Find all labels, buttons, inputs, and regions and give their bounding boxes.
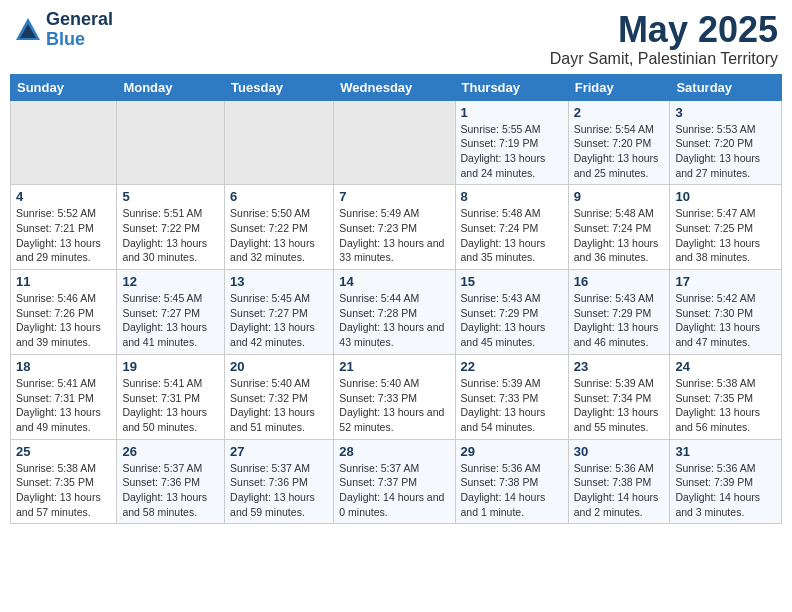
day-cell: 20Sunrise: 5:40 AMSunset: 7:32 PMDayligh… <box>225 354 334 439</box>
day-cell: 10Sunrise: 5:47 AMSunset: 7:25 PMDayligh… <box>670 185 782 270</box>
day-cell: 29Sunrise: 5:36 AMSunset: 7:38 PMDayligh… <box>455 439 568 524</box>
day-cell: 8Sunrise: 5:48 AMSunset: 7:24 PMDaylight… <box>455 185 568 270</box>
day-cell: 16Sunrise: 5:43 AMSunset: 7:29 PMDayligh… <box>568 270 670 355</box>
day-info: Sunrise: 5:40 AMSunset: 7:32 PMDaylight:… <box>230 376 328 435</box>
day-cell: 23Sunrise: 5:39 AMSunset: 7:34 PMDayligh… <box>568 354 670 439</box>
day-cell: 12Sunrise: 5:45 AMSunset: 7:27 PMDayligh… <box>117 270 225 355</box>
day-number: 6 <box>230 189 328 204</box>
day-info: Sunrise: 5:44 AMSunset: 7:28 PMDaylight:… <box>339 291 449 350</box>
day-number: 31 <box>675 444 776 459</box>
header-cell-sunday: Sunday <box>11 74 117 100</box>
day-number: 10 <box>675 189 776 204</box>
day-info: Sunrise: 5:41 AMSunset: 7:31 PMDaylight:… <box>16 376 111 435</box>
day-info: Sunrise: 5:38 AMSunset: 7:35 PMDaylight:… <box>16 461 111 520</box>
day-number: 23 <box>574 359 665 374</box>
day-info: Sunrise: 5:52 AMSunset: 7:21 PMDaylight:… <box>16 206 111 265</box>
day-number: 15 <box>461 274 563 289</box>
day-cell <box>11 100 117 185</box>
day-number: 30 <box>574 444 665 459</box>
day-number: 27 <box>230 444 328 459</box>
day-cell: 31Sunrise: 5:36 AMSunset: 7:39 PMDayligh… <box>670 439 782 524</box>
calendar-table: SundayMondayTuesdayWednesdayThursdayFrid… <box>10 74 782 525</box>
week-row-3: 18Sunrise: 5:41 AMSunset: 7:31 PMDayligh… <box>11 354 782 439</box>
day-number: 1 <box>461 105 563 120</box>
day-number: 9 <box>574 189 665 204</box>
day-info: Sunrise: 5:40 AMSunset: 7:33 PMDaylight:… <box>339 376 449 435</box>
header-cell-saturday: Saturday <box>670 74 782 100</box>
day-info: Sunrise: 5:36 AMSunset: 7:38 PMDaylight:… <box>461 461 563 520</box>
day-cell: 7Sunrise: 5:49 AMSunset: 7:23 PMDaylight… <box>334 185 455 270</box>
page-title: May 2025 <box>550 10 778 50</box>
day-info: Sunrise: 5:41 AMSunset: 7:31 PMDaylight:… <box>122 376 219 435</box>
day-number: 8 <box>461 189 563 204</box>
day-cell: 17Sunrise: 5:42 AMSunset: 7:30 PMDayligh… <box>670 270 782 355</box>
day-cell: 14Sunrise: 5:44 AMSunset: 7:28 PMDayligh… <box>334 270 455 355</box>
header-cell-tuesday: Tuesday <box>225 74 334 100</box>
day-cell: 22Sunrise: 5:39 AMSunset: 7:33 PMDayligh… <box>455 354 568 439</box>
day-number: 11 <box>16 274 111 289</box>
day-number: 3 <box>675 105 776 120</box>
logo: General Blue <box>14 10 113 50</box>
week-row-2: 11Sunrise: 5:46 AMSunset: 7:26 PMDayligh… <box>11 270 782 355</box>
day-info: Sunrise: 5:37 AMSunset: 7:36 PMDaylight:… <box>230 461 328 520</box>
day-info: Sunrise: 5:43 AMSunset: 7:29 PMDaylight:… <box>574 291 665 350</box>
day-number: 25 <box>16 444 111 459</box>
day-number: 2 <box>574 105 665 120</box>
day-info: Sunrise: 5:37 AMSunset: 7:37 PMDaylight:… <box>339 461 449 520</box>
day-number: 14 <box>339 274 449 289</box>
page-subtitle: Dayr Samit, Palestinian Territory <box>550 50 778 68</box>
day-number: 16 <box>574 274 665 289</box>
day-cell: 11Sunrise: 5:46 AMSunset: 7:26 PMDayligh… <box>11 270 117 355</box>
day-number: 5 <box>122 189 219 204</box>
day-number: 20 <box>230 359 328 374</box>
day-number: 19 <box>122 359 219 374</box>
day-cell: 2Sunrise: 5:54 AMSunset: 7:20 PMDaylight… <box>568 100 670 185</box>
day-cell: 13Sunrise: 5:45 AMSunset: 7:27 PMDayligh… <box>225 270 334 355</box>
header-row: SundayMondayTuesdayWednesdayThursdayFrid… <box>11 74 782 100</box>
day-info: Sunrise: 5:36 AMSunset: 7:39 PMDaylight:… <box>675 461 776 520</box>
day-info: Sunrise: 5:37 AMSunset: 7:36 PMDaylight:… <box>122 461 219 520</box>
week-row-1: 4Sunrise: 5:52 AMSunset: 7:21 PMDaylight… <box>11 185 782 270</box>
day-cell <box>334 100 455 185</box>
day-info: Sunrise: 5:42 AMSunset: 7:30 PMDaylight:… <box>675 291 776 350</box>
title-area: May 2025 Dayr Samit, Palestinian Territo… <box>550 10 778 68</box>
header-cell-thursday: Thursday <box>455 74 568 100</box>
week-row-0: 1Sunrise: 5:55 AMSunset: 7:19 PMDaylight… <box>11 100 782 185</box>
day-cell: 27Sunrise: 5:37 AMSunset: 7:36 PMDayligh… <box>225 439 334 524</box>
day-cell: 21Sunrise: 5:40 AMSunset: 7:33 PMDayligh… <box>334 354 455 439</box>
day-info: Sunrise: 5:55 AMSunset: 7:19 PMDaylight:… <box>461 122 563 181</box>
day-cell: 1Sunrise: 5:55 AMSunset: 7:19 PMDaylight… <box>455 100 568 185</box>
day-cell: 24Sunrise: 5:38 AMSunset: 7:35 PMDayligh… <box>670 354 782 439</box>
day-cell: 18Sunrise: 5:41 AMSunset: 7:31 PMDayligh… <box>11 354 117 439</box>
day-info: Sunrise: 5:39 AMSunset: 7:34 PMDaylight:… <box>574 376 665 435</box>
day-info: Sunrise: 5:45 AMSunset: 7:27 PMDaylight:… <box>230 291 328 350</box>
day-number: 12 <box>122 274 219 289</box>
day-number: 24 <box>675 359 776 374</box>
day-number: 18 <box>16 359 111 374</box>
logo-line1: General <box>46 10 113 30</box>
day-number: 4 <box>16 189 111 204</box>
day-number: 29 <box>461 444 563 459</box>
day-info: Sunrise: 5:49 AMSunset: 7:23 PMDaylight:… <box>339 206 449 265</box>
day-number: 21 <box>339 359 449 374</box>
day-number: 13 <box>230 274 328 289</box>
header-cell-wednesday: Wednesday <box>334 74 455 100</box>
day-number: 22 <box>461 359 563 374</box>
logo-icon <box>14 16 42 44</box>
day-number: 7 <box>339 189 449 204</box>
header: General Blue May 2025 Dayr Samit, Palest… <box>10 10 782 68</box>
day-cell: 19Sunrise: 5:41 AMSunset: 7:31 PMDayligh… <box>117 354 225 439</box>
day-info: Sunrise: 5:39 AMSunset: 7:33 PMDaylight:… <box>461 376 563 435</box>
day-number: 26 <box>122 444 219 459</box>
day-cell <box>225 100 334 185</box>
day-info: Sunrise: 5:51 AMSunset: 7:22 PMDaylight:… <box>122 206 219 265</box>
day-cell <box>117 100 225 185</box>
logo-line2: Blue <box>46 30 113 50</box>
day-info: Sunrise: 5:47 AMSunset: 7:25 PMDaylight:… <box>675 206 776 265</box>
day-info: Sunrise: 5:53 AMSunset: 7:20 PMDaylight:… <box>675 122 776 181</box>
day-cell: 5Sunrise: 5:51 AMSunset: 7:22 PMDaylight… <box>117 185 225 270</box>
day-cell: 15Sunrise: 5:43 AMSunset: 7:29 PMDayligh… <box>455 270 568 355</box>
day-cell: 30Sunrise: 5:36 AMSunset: 7:38 PMDayligh… <box>568 439 670 524</box>
day-info: Sunrise: 5:36 AMSunset: 7:38 PMDaylight:… <box>574 461 665 520</box>
day-cell: 3Sunrise: 5:53 AMSunset: 7:20 PMDaylight… <box>670 100 782 185</box>
